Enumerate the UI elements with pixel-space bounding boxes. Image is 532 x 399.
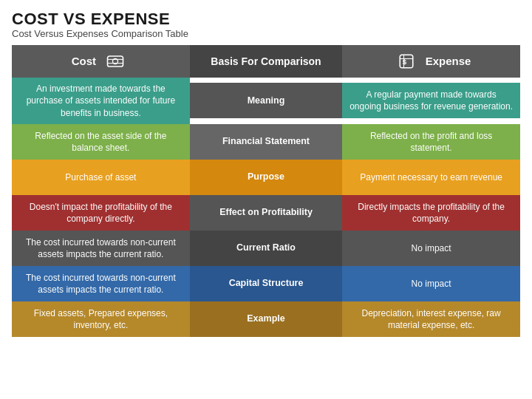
table-body: An investment made towards the purchase … — [12, 78, 520, 337]
comparison-table: Cost — [12, 45, 520, 337]
cost-value-financial-statement: Reflected on the asset side of the balan… — [12, 124, 190, 160]
basis-cell-purpose: Purpose — [190, 160, 342, 195]
basis-value-financial-statement: Financial Statement — [190, 124, 342, 160]
table-row: Fixed assets, Prepared expenses, invento… — [12, 301, 520, 337]
main-title: COST VS EXPENSE — [12, 10, 520, 28]
basis-cell-capital-structure: Capital Structure — [190, 266, 342, 301]
cost-value-current-ratio: The cost incurred towards non-current as… — [12, 231, 190, 266]
table-row: An investment made towards the purchase … — [12, 78, 520, 124]
basis-cell-current-ratio: Current Ratio — [190, 231, 342, 266]
header-row: Cost — [12, 45, 520, 78]
expense-value-meaning: A regular payment made towards ongoing b… — [342, 83, 520, 118]
basis-cell-meaning: Meaning — [190, 78, 342, 124]
expense-cell-meaning: A regular payment made towards ongoing b… — [342, 78, 520, 124]
table-row: The cost incurred towards non-current as… — [12, 266, 520, 301]
expense-value-current-ratio: No impact — [342, 231, 520, 266]
header-expense: $ Expense — [342, 45, 520, 78]
subtitle: Cost Versus Expenses Comparison Table — [12, 28, 520, 39]
basis-value-example: Example — [190, 301, 342, 337]
cost-value-profitability: Doesn't impact the profitability of the … — [12, 195, 190, 231]
basis-value-meaning: Meaning — [190, 83, 342, 118]
expense-cell-current-ratio: No impact — [342, 231, 520, 266]
cost-cell-meaning: An investment made towards the purchase … — [12, 78, 190, 124]
svg-rect-0 — [108, 56, 123, 66]
header-cost-cell: Cost — [12, 45, 190, 78]
expense-icon: $ — [396, 51, 417, 72]
basis-cell-financial-statement: Financial Statement — [190, 124, 342, 160]
expense-value-financial-statement: Reflected on the profit and loss stateme… — [342, 124, 520, 160]
basis-cell-profitability: Effect on Profitability — [190, 195, 342, 231]
cost-value-purpose: Purchase of asset — [12, 160, 190, 195]
cost-cell-profitability: Doesn't impact the profitability of the … — [12, 195, 190, 231]
table-row: The cost incurred towards non-current as… — [12, 231, 520, 266]
cost-cell-example: Fixed assets, Prepared expenses, invento… — [12, 301, 190, 337]
table-row: Doesn't impact the profitability of the … — [12, 195, 520, 231]
expense-value-purpose: Payment necessary to earn revenue — [342, 160, 520, 195]
cost-icon — [105, 51, 126, 72]
expense-cell-purpose: Payment necessary to earn revenue — [342, 160, 520, 195]
expense-cell-profitability: Directly impacts the profitability of th… — [342, 195, 520, 231]
table-row: Purchase of assetPurposePayment necessar… — [12, 160, 520, 195]
expense-cell-capital-structure: No impact — [342, 266, 520, 301]
table-row: Reflected on the asset side of the balan… — [12, 124, 520, 160]
basis-cell-example: Example — [190, 301, 342, 337]
basis-value-profitability: Effect on Profitability — [190, 195, 342, 231]
cost-value-meaning: An investment made towards the purchase … — [12, 78, 190, 124]
expense-value-profitability: Directly impacts the profitability of th… — [342, 195, 520, 231]
expense-cell-financial-statement: Reflected on the profit and loss stateme… — [342, 124, 520, 160]
expense-value-example: Depreciation, interest expense, raw mate… — [342, 301, 520, 337]
svg-text:$: $ — [402, 58, 406, 66]
cost-header-label: Cost — [72, 54, 96, 69]
expense-value-capital-structure: No impact — [342, 266, 520, 301]
cost-cell-purpose: Purchase of asset — [12, 160, 190, 195]
header-expense-cell: $ Expense — [342, 45, 520, 78]
cost-cell-current-ratio: The cost incurred towards non-current as… — [12, 231, 190, 266]
cost-cell-capital-structure: The cost incurred towards non-current as… — [12, 266, 190, 301]
page: COST VS EXPENSE Cost Versus Expenses Com… — [0, 0, 532, 399]
basis-value-current-ratio: Current Ratio — [190, 231, 342, 266]
header-cost: Cost — [12, 45, 190, 78]
cost-value-example: Fixed assets, Prepared expenses, invento… — [12, 301, 190, 337]
basis-header-label: Basis For Comparison — [211, 55, 321, 69]
basis-value-capital-structure: Capital Structure — [190, 266, 342, 301]
basis-value-purpose: Purpose — [190, 160, 342, 195]
header-basis-cell: Basis For Comparison — [190, 45, 342, 78]
expense-cell-example: Depreciation, interest expense, raw mate… — [342, 301, 520, 337]
header-basis: Basis For Comparison — [190, 45, 342, 78]
cost-cell-financial-statement: Reflected on the asset side of the balan… — [12, 124, 190, 160]
cost-value-capital-structure: The cost incurred towards non-current as… — [12, 266, 190, 301]
expense-header-label: Expense — [426, 54, 471, 69]
